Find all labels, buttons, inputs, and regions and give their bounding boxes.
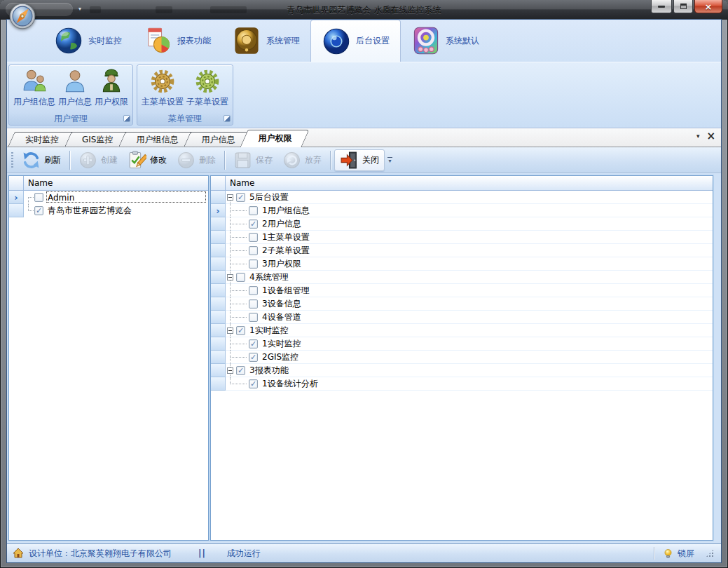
doc-tab-label: 用户组信息 <box>136 135 178 144</box>
tree-item-label[interactable]: 1设备统计分析 <box>262 378 318 390</box>
ribbon-tab-4[interactable]: 系统默认 <box>401 20 490 62</box>
tree-checkbox[interactable] <box>34 193 43 202</box>
expand-toggle-icon[interactable] <box>227 327 233 334</box>
tree-row[interactable]: ✓ 3报表功能 <box>211 364 713 377</box>
tree-row[interactable]: ✓ 1设备统计分析 <box>211 377 713 391</box>
refresh-icon <box>22 151 41 170</box>
tree-checkbox[interactable]: ✓ <box>236 326 245 335</box>
dialog-launcher-icon[interactable] <box>224 115 231 122</box>
resize-grip[interactable] <box>706 549 714 557</box>
minimize-button[interactable] <box>651 0 672 13</box>
tree-checkbox[interactable] <box>249 259 258 269</box>
tree-row[interactable]: 1设备组管理 <box>211 284 713 297</box>
doc-tab-4[interactable]: 用户权限 <box>244 130 305 147</box>
tree-checkbox[interactable]: ✓ <box>236 193 245 202</box>
expand-toggle-icon[interactable] <box>227 194 233 201</box>
tree-row[interactable]: 4设备管道 <box>211 311 713 324</box>
tree-checkbox[interactable] <box>249 313 258 322</box>
tree-item-label[interactable]: 3用户权限 <box>262 258 301 270</box>
tree-row[interactable]: 4系统管理 <box>211 271 713 284</box>
tree-item-label[interactable]: 2子菜单设置 <box>262 245 310 257</box>
left-column-header[interactable]: Name <box>24 176 208 191</box>
tree-checkbox[interactable]: ✓ <box>249 219 258 229</box>
row-indicator-cell <box>211 257 226 271</box>
toolbar-grip[interactable] <box>11 152 13 168</box>
ribbon-tab-3[interactable]: 后台设置 <box>310 20 401 62</box>
ring-rainbow-icon <box>411 26 441 55</box>
tree-checkbox[interactable] <box>249 286 258 295</box>
tree-item-label[interactable]: 4设备管道 <box>262 311 301 323</box>
expand-toggle-icon[interactable] <box>227 367 233 374</box>
ribbon-button[interactable]: 子菜单设置 <box>185 67 230 109</box>
tree-row[interactable]: › 1用户组信息 <box>211 204 713 217</box>
tree-item-label[interactable]: 2GIS监控 <box>262 351 298 363</box>
toolbar-button-刷新[interactable]: 刷新 <box>17 149 66 171</box>
tree-checkbox[interactable] <box>249 206 258 215</box>
tree-row[interactable]: ✓ 2用户信息 <box>211 217 713 231</box>
toolbar-button-创建[interactable]: 创建 <box>74 149 123 171</box>
toolbar-button-保存[interactable]: 保存 <box>228 149 277 171</box>
right-column-header[interactable]: Name <box>226 176 713 191</box>
tree-checkbox[interactable]: ✓ <box>34 206 43 215</box>
tree-row[interactable]: ✓ 5后台设置 <box>211 191 713 204</box>
expand-toggle-icon[interactable] <box>227 274 233 280</box>
ribbon-tab-2[interactable]: 系统管理 <box>221 20 310 62</box>
toolbar-button-关闭[interactable]: 关闭 <box>334 149 385 171</box>
tree-row[interactable]: ✓ 青岛市世界园艺博览会 <box>9 204 208 217</box>
toolbar-separator <box>69 151 70 170</box>
tree-item-label[interactable]: 1设备组管理 <box>262 285 310 297</box>
ribbon-button[interactable]: 用户权限 <box>93 67 130 109</box>
tree-item-label[interactable]: 1实时监控 <box>262 338 301 350</box>
tree-item-label[interactable]: 3报表功能 <box>249 365 289 377</box>
tree-checkbox[interactable]: ✓ <box>249 339 258 349</box>
toolbar-button-修改[interactable]: 修改 <box>123 149 172 171</box>
restore-button[interactable] <box>673 0 693 13</box>
tree-checkbox[interactable] <box>249 299 258 309</box>
tree-row[interactable]: ✓ 1实时监控 <box>211 337 713 351</box>
ribbon-tab-1[interactable]: 报表功能 <box>132 20 221 62</box>
tab-list-dropdown-icon[interactable]: ▾ <box>696 133 700 140</box>
tree-item-label[interactable]: 1主菜单设置 <box>262 231 310 243</box>
tree-item-label[interactable]: 1实时监控 <box>249 325 289 337</box>
tree-item-label[interactable]: 5后台设置 <box>249 191 289 203</box>
tree-checkbox[interactable] <box>249 246 258 255</box>
ribbon-tab-label: 系统管理 <box>266 35 300 47</box>
tree-item-label[interactable]: 1用户组信息 <box>262 205 310 217</box>
doc-tab-3[interactable]: 用户信息 <box>187 132 249 147</box>
tree-checkbox[interactable] <box>249 233 258 242</box>
tree-item-label[interactable]: 2用户信息 <box>262 218 301 230</box>
tree-item-label[interactable]: 青岛市世界园艺博览会 <box>48 205 132 217</box>
toolbar-overflow-button[interactable]: ▾ <box>387 157 392 163</box>
tab-close-icon[interactable]: × <box>706 132 715 140</box>
dialog-launcher-icon[interactable] <box>123 115 130 122</box>
tree-item-label[interactable]: 4系统管理 <box>249 271 289 283</box>
doc-tab-1[interactable]: GIS监控 <box>68 132 127 147</box>
ribbon-button[interactable]: 主菜单设置 <box>140 67 185 109</box>
row-indicator-cell <box>211 231 226 244</box>
ribbon-button[interactable]: 用户组信息 <box>12 67 57 109</box>
toolbar-button-删除[interactable]: 删除 <box>172 149 221 171</box>
close-button[interactable]: × <box>694 0 722 13</box>
tree-row[interactable]: › Admin <box>9 191 208 204</box>
tree-checkbox[interactable]: ✓ <box>236 366 245 375</box>
tree-row[interactable]: 3设备信息 <box>211 297 713 311</box>
tree-checkbox[interactable]: ✓ <box>249 353 258 362</box>
title-bar[interactable]: ▾ 青岛市世界园艺博览会 水质在线监控系统 × <box>0 0 728 20</box>
ribbon-button[interactable]: 用户信息 <box>57 67 93 109</box>
tree-checkbox[interactable] <box>236 273 245 282</box>
tree-row[interactable]: 1主菜单设置 <box>211 231 713 244</box>
tree-checkbox[interactable]: ✓ <box>249 379 258 388</box>
tree-connector <box>226 337 248 350</box>
lock-screen-button[interactable]: 锁屏 <box>678 548 694 560</box>
tree-row[interactable]: 2子菜单设置 <box>211 244 713 257</box>
row-indicator-cell <box>211 244 226 257</box>
app-compass-icon[interactable] <box>8 2 36 30</box>
tree-item-label[interactable]: 3设备信息 <box>262 298 301 310</box>
doc-tab-2[interactable]: 用户组信息 <box>122 132 192 147</box>
ribbon-tab-0[interactable]: 实时监控 <box>43 20 132 62</box>
tree-row[interactable]: ✓ 1实时监控 <box>211 324 713 337</box>
tree-row[interactable]: ✓ 2GIS监控 <box>211 351 713 364</box>
toolbar-button-放弃[interactable]: 放弃 <box>277 149 327 171</box>
doc-tab-0[interactable]: 实时监控 <box>11 132 73 147</box>
tree-row[interactable]: 3用户权限 <box>211 257 713 271</box>
